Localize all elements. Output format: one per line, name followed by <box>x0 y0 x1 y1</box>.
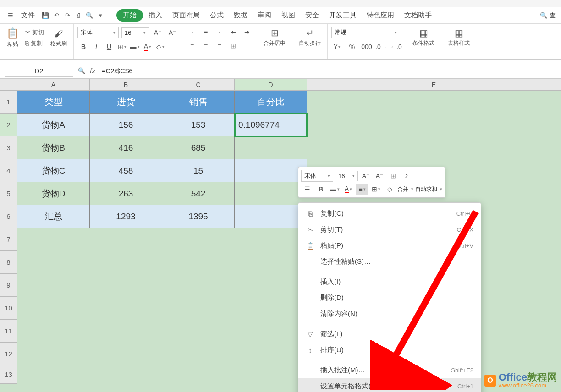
underline-button[interactable]: U <box>103 41 115 52</box>
mini-border-icon[interactable]: ⊞▾ <box>370 184 382 195</box>
mini-font-select[interactable]: 宋体▾ <box>301 170 333 182</box>
ctx-item[interactable]: 📋粘贴(P)Ctrl+V <box>298 238 481 254</box>
tab-view[interactable]: 视图 <box>277 9 300 22</box>
cut-button[interactable]: ✂剪切 <box>23 27 46 38</box>
tab-review[interactable]: 审阅 <box>253 9 276 22</box>
file-menu[interactable]: 文件 <box>16 9 39 22</box>
cell[interactable]: 货物C <box>17 159 90 182</box>
mini-fill-icon[interactable]: ▬▾ <box>329 184 341 195</box>
save-icon[interactable]: 💾 <box>40 11 50 21</box>
undo-icon[interactable]: ↶ <box>51 11 61 21</box>
mini-merge-label[interactable]: 合并 <box>397 185 408 193</box>
ctx-item[interactable]: 删除(D) <box>298 290 481 306</box>
cell[interactable]: 153 <box>162 114 235 136</box>
ctx-item[interactable]: ▽筛选(L) <box>298 326 481 342</box>
tab-formula[interactable]: 公式 <box>205 9 228 22</box>
mini-align-icon[interactable]: ≡▾ <box>356 184 368 195</box>
orientation-icon[interactable]: ⊞ <box>227 40 239 51</box>
font-name-select[interactable]: 宋体▾ <box>77 27 119 38</box>
row-header[interactable]: 12 <box>0 343 17 365</box>
tab-insert[interactable]: 插入 <box>144 9 167 22</box>
mini-autosum-label[interactable]: 自动求和 <box>415 185 437 193</box>
bold-button[interactable]: B <box>77 41 89 52</box>
fill-color-button[interactable]: ▬▾ <box>129 41 141 52</box>
table-format-button[interactable]: ▦ 表格样式 <box>445 27 473 48</box>
fx-icon[interactable]: fx <box>90 67 95 75</box>
cell[interactable]: 货物D <box>17 182 90 205</box>
mini-merge-icon[interactable]: ⊞ <box>387 170 399 181</box>
align-bottom-icon[interactable]: ⫠ <box>214 27 226 38</box>
cell[interactable]: 458 <box>90 159 162 182</box>
dec-decimal-icon[interactable]: ←.0 <box>390 41 402 52</box>
wrap-button[interactable]: ↵ 自动换行 <box>296 27 324 48</box>
cell[interactable] <box>235 205 307 228</box>
cell[interactable]: 汇总 <box>17 205 90 228</box>
tab-security[interactable]: 安全 <box>301 9 324 22</box>
row-header[interactable]: 1 <box>0 91 17 114</box>
clear-format-button[interactable]: ◇▾ <box>154 41 166 52</box>
row-header[interactable]: 6 <box>0 205 17 228</box>
row-header[interactable]: 7 <box>0 228 17 251</box>
tab-developer[interactable]: 开发工具 <box>324 9 361 22</box>
more-icon[interactable]: ▾ <box>95 11 105 21</box>
ctx-item[interactable]: ⎘复制(C)Ctrl+C <box>298 206 481 222</box>
print-icon[interactable]: 🖨 <box>73 11 83 21</box>
increase-font-icon[interactable]: A⁺ <box>152 27 164 38</box>
row-header[interactable]: 2 <box>0 114 17 136</box>
col-header-d[interactable]: D <box>235 79 307 91</box>
align-top-icon[interactable]: ⫠ <box>186 27 198 38</box>
mini-bold-icon[interactable]: B <box>315 184 327 195</box>
zoom-icon[interactable]: 🔍 <box>78 67 85 74</box>
row-header[interactable]: 13 <box>0 365 17 384</box>
merge-button[interactable]: ⊞ 合并居中 <box>261 27 288 48</box>
indent-dec-icon[interactable]: ⇤ <box>227 27 239 38</box>
name-box[interactable]: D2 <box>5 65 73 77</box>
header-cell[interactable]: 类型 <box>17 91 90 114</box>
row-header[interactable]: 4 <box>0 159 17 182</box>
row-header[interactable]: 11 <box>0 320 17 343</box>
mini-dec-font-icon[interactable]: A⁻ <box>374 170 385 181</box>
col-header-b[interactable]: B <box>90 79 162 91</box>
font-size-select[interactable]: 16▾ <box>121 27 149 38</box>
ctx-item[interactable]: 清除内容(N) <box>298 306 481 322</box>
mini-clear-icon[interactable]: ◇ <box>384 184 396 195</box>
tab-start[interactable]: 开始 <box>116 9 143 22</box>
preview-icon[interactable]: 🔍 <box>84 11 94 21</box>
mini-sum-icon[interactable]: Σ <box>401 170 413 181</box>
align-right-icon[interactable]: ≡ <box>214 40 226 51</box>
ctx-item[interactable]: ↕排序(U) <box>298 342 481 358</box>
tab-dochelper[interactable]: 文档助手 <box>400 9 436 22</box>
tab-special[interactable]: 特色应用 <box>362 9 399 22</box>
row-header[interactable]: 9 <box>0 274 17 297</box>
indent-inc-icon[interactable]: ⇥ <box>241 27 253 38</box>
mini-fontcolor-icon[interactable]: A▾ <box>342 184 354 195</box>
ctx-item[interactable]: ✂剪切(T)Ctrl+X <box>298 222 481 238</box>
mini-format-icon[interactable]: ☰ <box>301 184 313 195</box>
formula-input[interactable]: =C2/$C$6 <box>100 65 556 76</box>
header-cell[interactable]: 进货 <box>90 91 162 114</box>
row-header[interactable]: 8 <box>0 251 17 274</box>
row-header[interactable]: 3 <box>0 136 17 159</box>
number-format-select[interactable]: 常规▾ <box>331 27 400 38</box>
paste-button[interactable]: 📋 粘贴 <box>4 27 22 49</box>
align-center-icon[interactable]: ≡ <box>200 40 212 51</box>
mini-size-select[interactable]: 16▾ <box>335 171 358 181</box>
header-cell[interactable]: 销售 <box>162 91 235 114</box>
hamburger-icon[interactable]: ☰ <box>6 11 16 21</box>
cell[interactable]: 542 <box>162 182 235 205</box>
ctx-item[interactable]: 选择性粘贴(S)… <box>298 254 481 270</box>
border-button[interactable]: ⊞▾ <box>116 41 128 52</box>
cell[interactable] <box>235 136 307 159</box>
cell[interactable]: 416 <box>90 136 162 159</box>
ctx-item[interactable]: 设置单元格格式(F)…Ctrl+1 <box>298 378 481 392</box>
redo-icon[interactable]: ↷ <box>62 11 72 21</box>
selected-cell[interactable]: 0.1096774 <box>235 114 307 136</box>
inc-decimal-icon[interactable]: .0→ <box>375 41 387 52</box>
italic-button[interactable]: I <box>90 41 102 52</box>
col-header-e[interactable]: E <box>307 79 561 91</box>
align-middle-icon[interactable]: ≡ <box>200 27 212 38</box>
cell[interactable]: 1293 <box>90 205 162 228</box>
cell[interactable] <box>235 182 307 205</box>
cell[interactable]: 1395 <box>162 205 235 228</box>
tab-data[interactable]: 数据 <box>229 9 252 22</box>
